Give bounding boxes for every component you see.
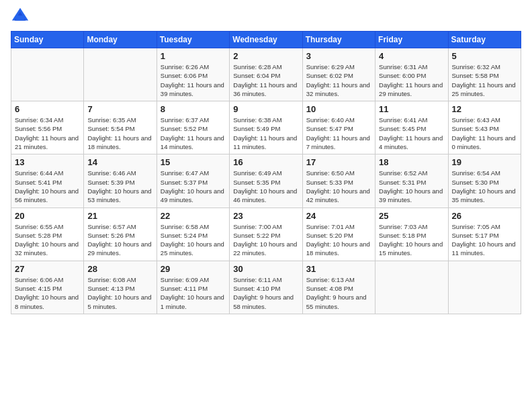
cell-1-1 bbox=[11, 48, 84, 101]
cell-3-3: 15Sunrise: 6:47 AM Sunset: 5:37 PM Dayli… bbox=[157, 154, 229, 208]
cell-content: Sunrise: 6:43 AM Sunset: 5:43 PM Dayligh… bbox=[452, 116, 517, 151]
day-number: 16 bbox=[233, 157, 298, 167]
cell-3-4: 16Sunrise: 6:49 AM Sunset: 5:35 PM Dayli… bbox=[230, 154, 302, 208]
cell-content: Sunrise: 6:29 AM Sunset: 6:02 PM Dayligh… bbox=[306, 62, 371, 98]
cell-2-5: 10Sunrise: 6:40 AM Sunset: 5:47 PM Dayli… bbox=[302, 101, 375, 154]
col-header-wednesday: Wednesday bbox=[230, 32, 302, 48]
cell-1-5: 3Sunrise: 6:29 AM Sunset: 6:02 PM Daylig… bbox=[302, 48, 375, 101]
cell-content: Sunrise: 6:47 AM Sunset: 5:37 PM Dayligh… bbox=[161, 169, 226, 204]
col-header-monday: Monday bbox=[84, 32, 157, 48]
day-number: 25 bbox=[379, 211, 444, 221]
cell-1-7: 5Sunrise: 6:32 AM Sunset: 5:58 PM Daylig… bbox=[448, 48, 521, 101]
cell-content: Sunrise: 6:55 AM Sunset: 5:28 PM Dayligh… bbox=[15, 222, 80, 258]
cell-2-2: 7Sunrise: 6:35 AM Sunset: 5:54 PM Daylig… bbox=[84, 101, 157, 154]
day-number: 10 bbox=[306, 104, 371, 114]
day-number: 13 bbox=[15, 157, 80, 167]
col-header-friday: Friday bbox=[375, 32, 448, 48]
header-row: SundayMondayTuesdayWednesdayThursdayFrid… bbox=[11, 32, 521, 48]
cell-2-4: 9Sunrise: 6:38 AM Sunset: 5:49 PM Daylig… bbox=[230, 101, 302, 154]
col-header-saturday: Saturday bbox=[448, 32, 521, 48]
cell-content: Sunrise: 7:05 AM Sunset: 5:17 PM Dayligh… bbox=[452, 222, 517, 258]
cell-content: Sunrise: 7:03 AM Sunset: 5:18 PM Dayligh… bbox=[379, 222, 444, 258]
cell-2-6: 11Sunrise: 6:41 AM Sunset: 5:45 PM Dayli… bbox=[375, 101, 448, 154]
cell-content: Sunrise: 6:40 AM Sunset: 5:47 PM Dayligh… bbox=[306, 116, 371, 151]
day-number: 14 bbox=[87, 157, 152, 167]
cell-content: Sunrise: 6:58 AM Sunset: 5:24 PM Dayligh… bbox=[161, 222, 226, 258]
cell-2-3: 8Sunrise: 6:37 AM Sunset: 5:52 PM Daylig… bbox=[157, 101, 229, 154]
svg-rect-2 bbox=[15, 15, 24, 20]
day-number: 7 bbox=[87, 104, 152, 114]
day-number: 3 bbox=[306, 51, 371, 61]
cell-content: Sunrise: 6:38 AM Sunset: 5:49 PM Dayligh… bbox=[233, 116, 298, 151]
day-number: 27 bbox=[15, 264, 80, 274]
cell-content: Sunrise: 6:09 AM Sunset: 4:11 PM Dayligh… bbox=[161, 275, 226, 311]
cell-3-2: 14Sunrise: 6:46 AM Sunset: 5:39 PM Dayli… bbox=[84, 154, 157, 208]
cell-3-7: 19Sunrise: 6:54 AM Sunset: 5:30 PM Dayli… bbox=[448, 154, 521, 208]
day-number: 26 bbox=[452, 211, 517, 221]
cell-content: Sunrise: 6:57 AM Sunset: 5:26 PM Dayligh… bbox=[87, 222, 152, 258]
day-number: 23 bbox=[233, 211, 298, 221]
day-number: 8 bbox=[161, 104, 226, 114]
day-number: 2 bbox=[233, 51, 298, 61]
cell-1-4: 2Sunrise: 6:28 AM Sunset: 6:04 PM Daylig… bbox=[230, 48, 302, 101]
cell-4-6: 25Sunrise: 7:03 AM Sunset: 5:18 PM Dayli… bbox=[375, 208, 448, 261]
cell-5-4: 30Sunrise: 6:11 AM Sunset: 4:10 PM Dayli… bbox=[230, 261, 302, 314]
cell-content: Sunrise: 6:32 AM Sunset: 5:58 PM Dayligh… bbox=[452, 62, 517, 98]
cell-content: Sunrise: 6:49 AM Sunset: 5:35 PM Dayligh… bbox=[233, 169, 298, 204]
cell-5-6 bbox=[375, 261, 448, 314]
cell-content: Sunrise: 6:34 AM Sunset: 5:56 PM Dayligh… bbox=[15, 116, 80, 151]
logo bbox=[11, 7, 32, 26]
cell-4-3: 22Sunrise: 6:58 AM Sunset: 5:24 PM Dayli… bbox=[157, 208, 229, 261]
cell-5-3: 29Sunrise: 6:09 AM Sunset: 4:11 PM Dayli… bbox=[157, 261, 229, 314]
day-number: 21 bbox=[87, 211, 152, 221]
cell-3-6: 18Sunrise: 6:52 AM Sunset: 5:31 PM Dayli… bbox=[375, 154, 448, 208]
cell-4-2: 21Sunrise: 6:57 AM Sunset: 5:26 PM Dayli… bbox=[84, 208, 157, 261]
cell-content: Sunrise: 6:11 AM Sunset: 4:10 PM Dayligh… bbox=[233, 275, 298, 311]
cell-content: Sunrise: 6:08 AM Sunset: 4:13 PM Dayligh… bbox=[87, 275, 152, 311]
cell-content: Sunrise: 6:13 AM Sunset: 4:08 PM Dayligh… bbox=[306, 275, 371, 311]
cell-5-5: 31Sunrise: 6:13 AM Sunset: 4:08 PM Dayli… bbox=[302, 261, 375, 314]
col-header-tuesday: Tuesday bbox=[157, 32, 229, 48]
cell-content: Sunrise: 7:01 AM Sunset: 5:20 PM Dayligh… bbox=[306, 222, 371, 258]
week-row-2: 6Sunrise: 6:34 AM Sunset: 5:56 PM Daylig… bbox=[11, 101, 521, 154]
cell-5-2: 28Sunrise: 6:08 AM Sunset: 4:13 PM Dayli… bbox=[84, 261, 157, 314]
cell-4-4: 23Sunrise: 7:00 AM Sunset: 5:22 PM Dayli… bbox=[230, 208, 302, 261]
cell-content: Sunrise: 6:31 AM Sunset: 6:00 PM Dayligh… bbox=[379, 62, 444, 98]
day-number: 12 bbox=[452, 104, 517, 114]
day-number: 11 bbox=[379, 104, 444, 114]
cell-content: Sunrise: 6:46 AM Sunset: 5:39 PM Dayligh… bbox=[87, 169, 152, 204]
cell-content: Sunrise: 6:41 AM Sunset: 5:45 PM Dayligh… bbox=[379, 116, 444, 151]
cell-2-1: 6Sunrise: 6:34 AM Sunset: 5:56 PM Daylig… bbox=[11, 101, 84, 154]
day-number: 30 bbox=[233, 264, 298, 274]
cell-5-7 bbox=[448, 261, 521, 314]
day-number: 19 bbox=[452, 157, 517, 167]
cell-5-1: 27Sunrise: 6:06 AM Sunset: 4:15 PM Dayli… bbox=[11, 261, 84, 314]
day-number: 17 bbox=[306, 157, 371, 167]
cell-3-5: 17Sunrise: 6:50 AM Sunset: 5:33 PM Dayli… bbox=[302, 154, 375, 208]
cell-3-1: 13Sunrise: 6:44 AM Sunset: 5:41 PM Dayli… bbox=[11, 154, 84, 208]
cell-content: Sunrise: 6:44 AM Sunset: 5:41 PM Dayligh… bbox=[15, 169, 80, 204]
cell-content: Sunrise: 7:00 AM Sunset: 5:22 PM Dayligh… bbox=[233, 222, 298, 258]
week-row-5: 27Sunrise: 6:06 AM Sunset: 4:15 PM Dayli… bbox=[11, 261, 521, 314]
calendar-table: SundayMondayTuesdayWednesdayThursdayFrid… bbox=[11, 31, 521, 314]
cell-4-1: 20Sunrise: 6:55 AM Sunset: 5:28 PM Dayli… bbox=[11, 208, 84, 261]
cell-2-7: 12Sunrise: 6:43 AM Sunset: 5:43 PM Dayli… bbox=[448, 101, 521, 154]
day-number: 5 bbox=[452, 51, 517, 61]
cell-content: Sunrise: 6:52 AM Sunset: 5:31 PM Dayligh… bbox=[379, 169, 444, 204]
col-header-thursday: Thursday bbox=[302, 32, 375, 48]
cell-content: Sunrise: 6:28 AM Sunset: 6:04 PM Dayligh… bbox=[233, 62, 298, 98]
cell-content: Sunrise: 6:50 AM Sunset: 5:33 PM Dayligh… bbox=[306, 169, 371, 204]
day-number: 22 bbox=[161, 211, 226, 221]
week-row-3: 13Sunrise: 6:44 AM Sunset: 5:41 PM Dayli… bbox=[11, 154, 521, 208]
cell-4-7: 26Sunrise: 7:05 AM Sunset: 5:17 PM Dayli… bbox=[448, 208, 521, 261]
week-row-4: 20Sunrise: 6:55 AM Sunset: 5:28 PM Dayli… bbox=[11, 208, 521, 261]
day-number: 1 bbox=[161, 51, 226, 61]
cell-content: Sunrise: 6:06 AM Sunset: 4:15 PM Dayligh… bbox=[15, 275, 80, 311]
cell-1-2 bbox=[84, 48, 157, 101]
cell-1-3: 1Sunrise: 6:26 AM Sunset: 6:06 PM Daylig… bbox=[157, 48, 229, 101]
week-row-1: 1Sunrise: 6:26 AM Sunset: 6:06 PM Daylig… bbox=[11, 48, 521, 101]
day-number: 4 bbox=[379, 51, 444, 61]
day-number: 28 bbox=[87, 264, 152, 274]
cell-4-5: 24Sunrise: 7:01 AM Sunset: 5:20 PM Dayli… bbox=[302, 208, 375, 261]
day-number: 15 bbox=[161, 157, 226, 167]
